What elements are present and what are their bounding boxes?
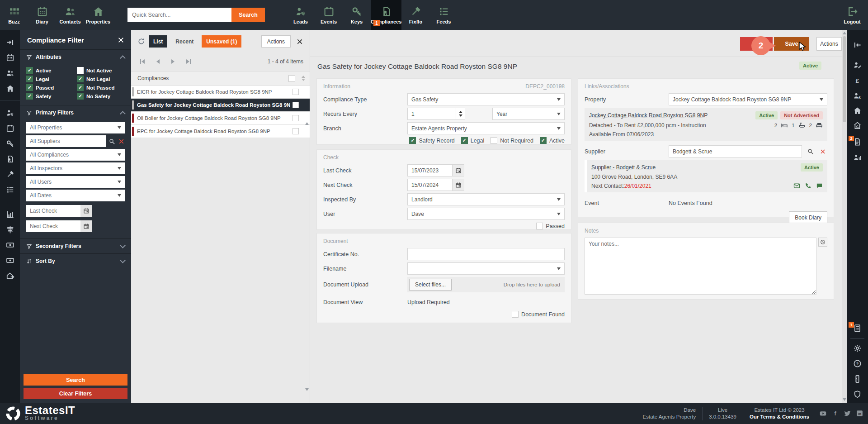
contact-chart-icon[interactable] [853,153,862,162]
select-all-checkbox[interactable] [288,75,295,82]
close-list-icon[interactable] [296,38,303,45]
nav-logout[interactable]: Logout [838,0,866,30]
accounts-money-icon[interactable] [6,241,14,249]
expand-panel-icon[interactable] [853,41,862,49]
checkbox[interactable] [540,137,547,144]
checkbox[interactable] [512,311,519,318]
nav-buzz[interactable]: Buzz [0,0,28,30]
document-found-checkbox[interactable]: Document Found [512,311,565,318]
filename-select[interactable] [407,262,565,275]
clear-filters-button[interactable]: Clear Filters [24,388,127,399]
list-actions-button[interactable]: Actions [261,35,291,48]
recurs-every-input[interactable] [407,108,456,120]
checkbox[interactable] [77,84,84,91]
recurs-unit-select[interactable]: Year [492,108,565,120]
feeds-rail-icon[interactable] [6,186,14,194]
all-compliances-dropdown[interactable]: All Compliances [26,149,125,161]
checkbox[interactable] [536,223,543,229]
user-select[interactable]: Dave [407,208,565,220]
quick-search-button[interactable]: Search [231,8,265,22]
boards-signpost-icon[interactable] [6,225,14,234]
filter-checkbox-not-passed[interactable]: Not Passed [77,84,127,91]
events-rail-icon[interactable] [6,124,14,133]
calendar-icon[interactable] [80,220,92,232]
agent-edit-icon[interactable] [853,61,862,69]
nav-keys[interactable]: Keys [343,0,371,30]
nav-diary[interactable]: Diary [28,0,56,30]
list-scrollbar[interactable] [305,91,310,395]
gear-icon[interactable] [853,344,862,353]
documents-icon[interactable] [853,138,862,146]
scrollbar-thumb[interactable] [843,36,846,122]
checkbox[interactable] [77,67,84,74]
nav-feeds[interactable]: Feeds [429,0,458,30]
nav-properties[interactable]: Properties [84,0,112,30]
notes-textarea[interactable] [585,238,816,295]
chat-icon[interactable] [816,182,823,189]
search-icon[interactable] [108,138,115,145]
row-checkbox[interactable] [292,89,299,95]
certificate-no-input[interactable] [407,248,565,260]
checkbox[interactable] [26,84,33,91]
detail-actions-button[interactable]: Actions [816,37,842,51]
filter-checkbox-safety[interactable]: Safety [26,93,76,100]
inspected-by-select[interactable]: Landlord [407,193,565,205]
fixflo-rail-icon[interactable] [6,170,14,179]
scroll-down-icon[interactable] [305,388,309,391]
diary-rail-icon[interactable] [6,53,14,62]
last-check-date-input[interactable] [26,205,80,217]
fees-pound-icon[interactable] [853,76,862,85]
calendar-icon[interactable] [453,179,464,191]
youtube-icon[interactable] [819,410,827,417]
main-scrollbar[interactable] [842,30,847,403]
checkbox[interactable] [491,137,497,144]
shield-icon[interactable] [853,390,862,399]
all-dates-dropdown[interactable]: All Dates [26,190,125,201]
tab-unsaved[interactable]: Unsaved (1) [202,35,241,48]
quantity-stepper[interactable] [456,108,465,120]
checkbox[interactable] [26,67,33,74]
secondary-filters-section-header[interactable]: Secondary Filters [20,238,131,253]
column-header-compliances[interactable]: Compliances [137,75,169,81]
nav-leads[interactable]: Leads [287,0,315,30]
facebook-icon[interactable] [831,410,839,417]
legal-checkbox[interactable]: Legal [461,137,485,144]
select-files-button[interactable]: Select files... [409,279,452,291]
row-checkbox[interactable] [292,128,299,134]
list-item[interactable]: EPC for Jockey Cottage Baldock Road Roys… [131,125,310,138]
all-properties-dropdown[interactable]: All Properties [26,122,125,133]
file-dropzone[interactable]: Select files... Drop files here to uploa… [407,277,565,292]
clear-supplier-icon[interactable] [818,147,827,156]
safety-record-checkbox[interactable]: Safety Record [409,137,454,144]
passed-checkbox[interactable]: Passed [536,223,565,229]
compliances-rail-icon[interactable] [6,155,14,163]
pagination-prev-button[interactable] [156,59,160,64]
twitter-icon[interactable] [844,410,851,417]
last-check-input[interactable] [407,164,453,176]
quick-search-input[interactable] [127,8,231,22]
checkbox[interactable] [26,76,33,82]
checkbox[interactable] [461,137,468,144]
book-diary-button[interactable]: Book Diary [789,211,827,224]
list-item-selected[interactable]: Gas Safety for Jockey Cottage Baldock Ro… [131,99,310,112]
collapse-panel-icon[interactable] [6,38,14,47]
supplier-link[interactable]: Supplier - Bodgett & Scrue [591,164,656,171]
checkbox[interactable] [77,93,84,100]
active-checkbox[interactable]: Active [540,137,565,144]
nav-fixflo[interactable]: Fixflo [401,0,429,30]
sort-by-section-header[interactable]: Sort By [20,253,131,268]
keys-rail-icon[interactable] [6,139,14,148]
close-filter-icon[interactable] [117,36,125,44]
calculator-icon[interactable] [853,324,862,333]
leads-rail-icon[interactable] [6,109,14,117]
list-item[interactable]: EICR for Jockey Cottage Baldock Road Roy… [131,86,310,99]
filter-checkbox-no-safety[interactable]: No Safety [77,93,127,100]
not-required-checkbox[interactable]: Not Required [491,137,533,144]
scroll-up-icon[interactable] [843,32,846,34]
linkedin-icon[interactable] [856,410,863,417]
filter-checkbox-active[interactable]: Active [26,67,76,74]
ruler-icon[interactable] [853,375,862,383]
property-home-icon[interactable] [853,106,862,115]
compliance-type-select[interactable]: Gas Safety [407,93,565,105]
pagination-next-button[interactable] [171,59,175,64]
